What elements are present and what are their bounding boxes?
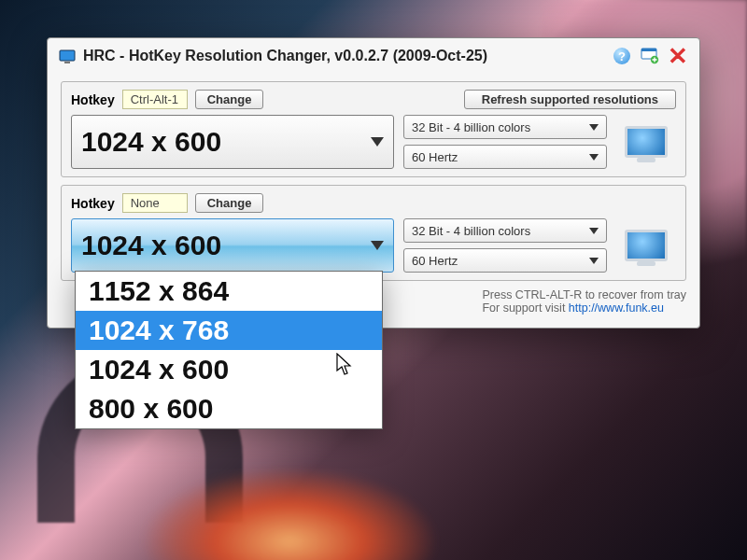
chevron-down-icon — [371, 137, 384, 147]
resolution-value: 1024 x 600 — [81, 230, 221, 261]
resolution-dropdown[interactable]: 1024 x 600 — [71, 115, 394, 169]
monitor-icon — [625, 230, 668, 261]
tray-hint: Press CTRL-ALT-R to recover from tray — [482, 288, 686, 301]
resolution-dropdown[interactable]: 1024 x 600 — [71, 218, 394, 273]
change-hotkey-button[interactable]: Change — [195, 193, 264, 213]
color-depth-dropdown[interactable]: 32 Bit - 4 billion colors — [403, 218, 607, 243]
resolution-option[interactable]: 1152 x 864 — [76, 272, 382, 311]
chevron-down-icon — [589, 228, 599, 234]
close-icon: ✕ — [668, 44, 688, 68]
resolution-dropdown-list[interactable]: 1152 x 8641024 x 7681024 x 600800 x 600 — [75, 271, 383, 429]
hotkey-slot-2: Hotkey None Change 1024 x 600 32 Bit - 4… — [61, 185, 686, 281]
refresh-rate-value: 60 Hertz — [412, 254, 458, 268]
hotkey-label: Hotkey — [71, 92, 115, 107]
svg-rect-3 — [641, 49, 656, 51]
titlebar: HRC - HotKey Resolution Changer, v0.0.2.… — [48, 38, 699, 74]
close-button[interactable]: ✕ — [668, 46, 688, 66]
hotkey-slot-1: Hotkey Ctrl-Alt-1 Change Refresh support… — [61, 81, 686, 177]
hotkey-label: Hotkey — [71, 196, 115, 211]
chevron-down-icon — [589, 124, 599, 131]
minimize-to-tray-button[interactable] — [640, 46, 660, 66]
resolution-option[interactable]: 1024 x 600 — [76, 350, 382, 389]
chevron-down-icon — [589, 258, 599, 264]
color-depth-value: 32 Bit - 4 billion colors — [412, 224, 530, 238]
hotkey-field[interactable]: None — [122, 193, 188, 213]
resolution-option[interactable]: 1024 x 768 — [76, 311, 382, 350]
hotkey-field[interactable]: Ctrl-Alt-1 — [122, 90, 188, 109]
help-icon: ? — [613, 48, 630, 64]
tray-icon — [641, 48, 659, 64]
refresh-rate-value: 60 Hertz — [412, 150, 458, 164]
help-button[interactable]: ? — [612, 46, 632, 66]
svg-rect-1 — [64, 62, 70, 63]
chevron-down-icon — [589, 154, 599, 161]
titlebar-buttons: ? ✕ — [612, 46, 688, 66]
app-icon — [59, 49, 76, 63]
svg-rect-0 — [60, 50, 75, 61]
support-line: For support visit http://www.funk.eu — [482, 301, 686, 315]
refresh-rate-dropdown[interactable]: 60 Hertz — [403, 248, 607, 273]
change-hotkey-button[interactable]: Change — [195, 90, 264, 109]
refresh-rate-dropdown[interactable]: 60 Hertz — [403, 145, 607, 169]
support-link[interactable]: http://www.funk.eu — [569, 301, 664, 315]
apply-resolution-button[interactable] — [616, 218, 676, 273]
apply-resolution-button[interactable] — [616, 115, 676, 169]
resolution-option[interactable]: 747 x 560 — [76, 389, 382, 428]
color-depth-value: 32 Bit - 4 billion colors — [412, 120, 530, 134]
monitor-icon — [625, 126, 668, 158]
window-title: HRC - HotKey Resolution Changer, v0.0.2.… — [83, 48, 604, 64]
chevron-down-icon — [371, 241, 384, 250]
refresh-resolutions-button[interactable]: Refresh supported resolutions — [464, 90, 676, 109]
color-depth-dropdown[interactable]: 32 Bit - 4 billion colors — [403, 115, 607, 139]
resolution-value: 1024 x 600 — [81, 126, 221, 158]
